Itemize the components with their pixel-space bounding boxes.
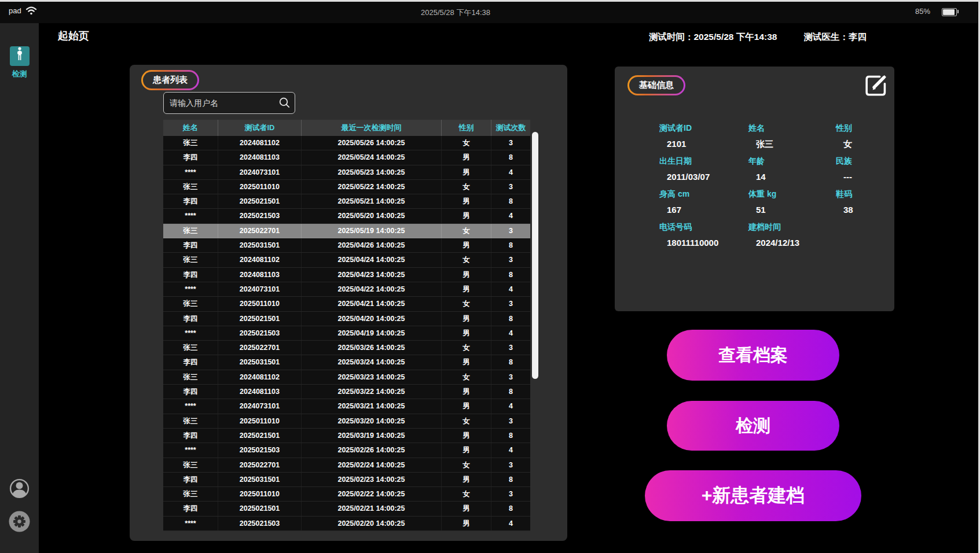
sidebar-item-label: 检测 bbox=[0, 69, 39, 79]
table-cell: 女 bbox=[442, 341, 491, 355]
table-cell: 2025/02/22 14:00:25 bbox=[302, 487, 442, 501]
column-header: 最近一次检测时间 bbox=[302, 120, 442, 136]
table-row[interactable]: ****20240731012025/03/21 14:00:25男4 bbox=[163, 399, 530, 414]
info-field: 鞋码38 bbox=[836, 189, 886, 215]
table-row[interactable]: 张三20240811022025/03/23 14:00:25女3 bbox=[163, 370, 530, 385]
sidebar-item-detect[interactable]: 检测 bbox=[0, 46, 39, 79]
table-cell: 女 bbox=[442, 458, 491, 472]
column-header: 姓名 bbox=[163, 120, 218, 136]
table-cell: 2025/02/24 14:00:25 bbox=[302, 458, 442, 472]
table-cell: 8 bbox=[491, 385, 530, 399]
battery-icon bbox=[942, 8, 957, 16]
table-row[interactable]: ****20250215032025/04/19 14:00:25男4 bbox=[163, 326, 530, 341]
scrollbar-thumb[interactable] bbox=[532, 132, 538, 379]
table-cell: 李四 bbox=[163, 150, 218, 164]
table-cell: 2025/04/24 14:00:25 bbox=[302, 253, 442, 267]
table-row[interactable]: 李四20250315012025/04/26 14:00:25男8 bbox=[163, 238, 530, 253]
table-row[interactable]: 张三20240811022025/05/26 14:00:25女3 bbox=[163, 136, 530, 150]
info-field-value: 女 bbox=[836, 139, 886, 150]
table-row[interactable]: ****20250215032025/02/26 14:00:25男4 bbox=[163, 443, 530, 458]
table-cell: 李四 bbox=[163, 473, 218, 486]
table-row[interactable]: 李四20240811032025/05/24 14:00:25男8 bbox=[163, 150, 530, 165]
table-row[interactable]: 张三20250110102025/03/20 14:00:25女3 bbox=[163, 414, 530, 429]
table-cell: 8 bbox=[491, 238, 530, 252]
search-icon[interactable] bbox=[278, 97, 291, 111]
table-row[interactable]: 张三20250110102025/05/22 14:00:25女3 bbox=[163, 180, 530, 194]
info-field-label: 身高 cm bbox=[659, 189, 748, 200]
new-patient-button[interactable]: +新患者建档 bbox=[645, 470, 861, 521]
table-cell: 2025/03/20 14:00:25 bbox=[302, 414, 442, 428]
view-archive-button[interactable]: 查看档案 bbox=[667, 330, 839, 381]
table-row[interactable]: 张三20250227012025/02/24 14:00:25女3 bbox=[163, 458, 530, 473]
table-cell: 男 bbox=[442, 502, 491, 515]
table-row[interactable]: 李四20250215012025/02/21 14:00:25男8 bbox=[163, 502, 530, 516]
table-row[interactable]: 张三20250227012025/05/19 14:00:25女3 bbox=[163, 224, 530, 238]
table-cell: 张三 bbox=[163, 414, 218, 428]
detect-button[interactable]: 检测 bbox=[667, 401, 839, 451]
user-avatar-icon[interactable] bbox=[9, 478, 30, 499]
table-row[interactable]: 张三20250110102025/04/21 14:00:25女3 bbox=[163, 297, 530, 311]
table-cell: 8 bbox=[491, 150, 530, 164]
table-cell: 2025022701 bbox=[218, 224, 302, 238]
table-cell: 3 bbox=[491, 224, 530, 238]
table-cell: 2025/02/20 14:00:25 bbox=[302, 517, 442, 530]
table-cell: 4 bbox=[491, 209, 530, 223]
table-row[interactable]: 张三20240811022025/04/24 14:00:25女3 bbox=[163, 253, 530, 267]
edit-icon[interactable] bbox=[861, 71, 890, 100]
table-row[interactable]: ****20240731012025/05/23 14:00:25男4 bbox=[163, 165, 530, 180]
info-field-label: 电话号码 bbox=[659, 222, 748, 233]
table-row[interactable]: ****20250215032025/02/20 14:00:25男4 bbox=[163, 517, 530, 531]
table-cell: 李四 bbox=[163, 502, 218, 515]
table-cell: 男 bbox=[442, 194, 491, 208]
table-cell: 男 bbox=[442, 238, 491, 252]
test-time: 测试时间：2025/5/28 下午14:38 bbox=[649, 31, 777, 43]
table-cell: 男 bbox=[442, 473, 491, 486]
info-field: 民族--- bbox=[836, 156, 886, 182]
settings-gear-icon[interactable] bbox=[8, 510, 31, 533]
table-cell: 男 bbox=[442, 326, 491, 340]
table-cell: 女 bbox=[442, 487, 491, 501]
table-cell: 2025021503 bbox=[218, 326, 302, 340]
table-cell: **** bbox=[163, 165, 218, 179]
table-cell: 男 bbox=[442, 209, 491, 223]
table-cell: 2025011010 bbox=[218, 487, 302, 501]
table-cell: 2025021501 bbox=[218, 312, 302, 326]
table-cell: **** bbox=[163, 399, 218, 413]
table-row[interactable]: 李四20250215012025/05/21 14:00:25男8 bbox=[163, 194, 530, 209]
table-cell: 2025031501 bbox=[218, 238, 302, 252]
patient-list-badge: 患者列表 bbox=[141, 70, 199, 90]
table-cell: 2024073101 bbox=[218, 399, 302, 413]
table-cell: 男 bbox=[442, 517, 491, 530]
table-cell: 张三 bbox=[163, 370, 218, 384]
column-header: 测试者ID bbox=[218, 120, 302, 136]
info-field-label: 性别 bbox=[836, 123, 886, 134]
table-cell: 2025/02/23 14:00:25 bbox=[302, 473, 442, 486]
table-cell: 2025/05/23 14:00:25 bbox=[302, 165, 442, 179]
table-cell: **** bbox=[163, 282, 218, 296]
table-cell: 张三 bbox=[163, 341, 218, 355]
table-row[interactable]: ****20250215032025/05/20 14:00:25男4 bbox=[163, 209, 530, 223]
table-cell: 2025022701 bbox=[218, 458, 302, 472]
table-row[interactable]: 李四20240811032025/03/22 14:00:25男8 bbox=[163, 385, 530, 399]
table-cell: 2025/02/21 14:00:25 bbox=[302, 502, 442, 515]
table-cell: 2024073101 bbox=[218, 165, 302, 179]
search-input[interactable] bbox=[163, 92, 295, 114]
info-field-label: 出生日期 bbox=[659, 156, 748, 167]
table-row[interactable]: 李四20250215012025/04/20 14:00:25男8 bbox=[163, 312, 530, 326]
table-row[interactable]: 李四20250315012025/02/23 14:00:25男8 bbox=[163, 473, 530, 487]
table-cell: 2025/05/20 14:00:25 bbox=[302, 209, 442, 223]
table-row[interactable]: 李四20250215012025/03/19 14:00:25男8 bbox=[163, 429, 530, 443]
table-row[interactable]: ****20240731012025/04/22 14:00:25男4 bbox=[163, 282, 530, 297]
table-cell: 3 bbox=[491, 136, 530, 150]
info-field-value: 14 bbox=[748, 172, 836, 182]
table-row[interactable]: 李四20240811032025/04/23 14:00:25男8 bbox=[163, 268, 530, 282]
table-row[interactable]: 李四20250315012025/03/24 14:00:25男8 bbox=[163, 355, 530, 370]
table-row[interactable]: 张三20250227012025/03/26 14:00:25女3 bbox=[163, 341, 530, 355]
basic-info-badge: 基础信息 bbox=[627, 75, 685, 95]
app-window: pad 2025/5/28 下午14:38 85% 检测 bbox=[0, 0, 980, 553]
table-row[interactable]: 张三20250110102025/02/22 14:00:25女3 bbox=[163, 487, 530, 502]
table-cell: 3 bbox=[491, 297, 530, 311]
table-cell: 男 bbox=[442, 385, 491, 399]
table-cell: 2025/04/26 14:00:25 bbox=[302, 238, 442, 252]
table-cell: 2025021503 bbox=[218, 209, 302, 223]
